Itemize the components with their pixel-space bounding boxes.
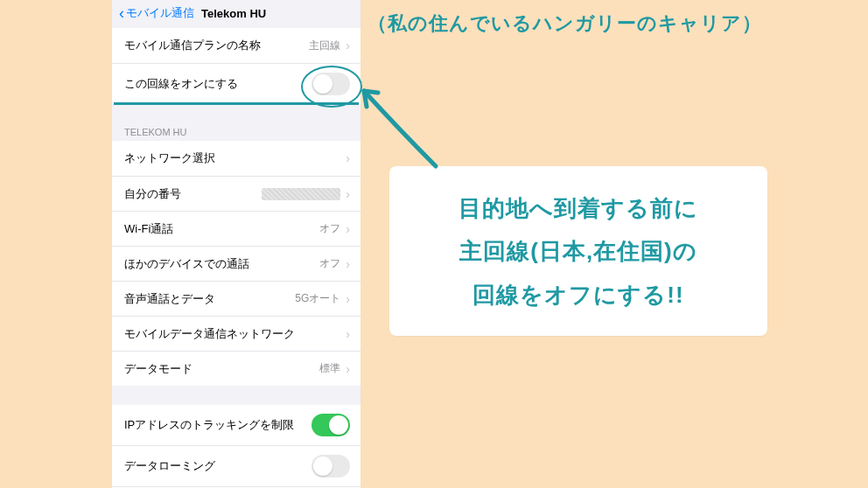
- voice-data-label: 音声通話とデータ: [124, 291, 295, 307]
- data-roaming-label: データローミング: [124, 458, 312, 474]
- back-button[interactable]: ‹ モバイル通信: [119, 5, 194, 21]
- tip-line-2: 主回線(日本,在住国)の: [405, 230, 752, 273]
- section-header-carrier: TELEKOM HU: [112, 123, 360, 141]
- annotation-arrow-icon: [348, 79, 453, 184]
- row-voice-data[interactable]: 音声通話とデータ 5Gオート ›: [112, 281, 360, 316]
- plan-name-label: モバイル通信プランの名称: [124, 38, 309, 53]
- row-network-select[interactable]: ネットワーク選択 ›: [112, 141, 360, 176]
- row-data-roaming: データローミング: [112, 445, 360, 486]
- page-title: Telekom HU: [201, 7, 266, 20]
- ip-tracking-toggle[interactable]: [312, 414, 350, 436]
- network-select-label: ネットワーク選択: [124, 150, 344, 166]
- row-plan-name[interactable]: モバイル通信プランの名称 主回線 ›: [112, 28, 360, 63]
- plan-name-value: 主回線: [309, 38, 340, 53]
- ip-tracking-label: IPアドレスのトラッキングを制限: [124, 417, 312, 433]
- tip-line-1: 目的地へ到着する前に: [405, 187, 752, 230]
- other-device-label: ほかのデバイスでの通話: [124, 256, 319, 272]
- row-other-device-calls[interactable]: ほかのデバイスでの通話 オフ ›: [112, 246, 360, 281]
- wifi-call-value: オフ: [319, 221, 340, 236]
- chevron-right-icon: ›: [346, 362, 350, 376]
- group-carrier: ネットワーク選択 › 自分の番号 › Wi-Fi通話 オフ › ほかのデバイスで…: [112, 141, 360, 386]
- data-mode-label: データモード: [124, 361, 319, 377]
- chevron-right-icon: ›: [346, 38, 350, 52]
- chevron-right-icon: ›: [346, 257, 350, 271]
- other-device-value: オフ: [319, 256, 340, 271]
- row-wifi-calling[interactable]: Wi-Fi通話 オフ ›: [112, 211, 360, 246]
- data-network-label: モバイルデータ通信ネットワーク: [124, 326, 344, 342]
- tip-line-3: 回線をオフにする!!: [405, 274, 752, 317]
- chevron-right-icon: ›: [346, 222, 350, 236]
- row-mobile-data-network[interactable]: モバイルデータ通信ネットワーク ›: [112, 316, 360, 351]
- row-my-number[interactable]: 自分の番号 ›: [112, 176, 360, 211]
- row-ip-tracking: IPアドレスのトラッキングを制限: [112, 405, 360, 445]
- my-number-value-redacted: [262, 188, 340, 200]
- annotation-top-text: （私の住んでいるハンガリーのキャリア）: [368, 10, 762, 37]
- back-label: モバイル通信: [126, 5, 194, 21]
- row-data-mode[interactable]: データモード 標準 ›: [112, 351, 360, 386]
- line-on-label: この回線をオンにする: [124, 76, 312, 92]
- chevron-right-icon: ›: [346, 327, 350, 341]
- voice-data-value: 5Gオート: [295, 291, 340, 306]
- data-roaming-toggle[interactable]: [312, 455, 350, 478]
- data-mode-value: 標準: [319, 361, 340, 376]
- chevron-left-icon: ‹: [119, 5, 124, 21]
- my-number-label: 自分の番号: [124, 186, 262, 202]
- annotation-tip-box: 目的地へ到着する前に 主回線(日本,在住国)の 回線をオフにする!!: [389, 166, 767, 336]
- group-privacy: IPアドレスのトラッキングを制限 データローミング 通信事業者サービス ›: [112, 405, 360, 488]
- wifi-call-label: Wi-Fi通話: [124, 221, 319, 237]
- navbar: ‹ モバイル通信 Telekom HU: [112, 0, 360, 28]
- chevron-right-icon: ›: [346, 187, 350, 201]
- chevron-right-icon: ›: [346, 292, 350, 306]
